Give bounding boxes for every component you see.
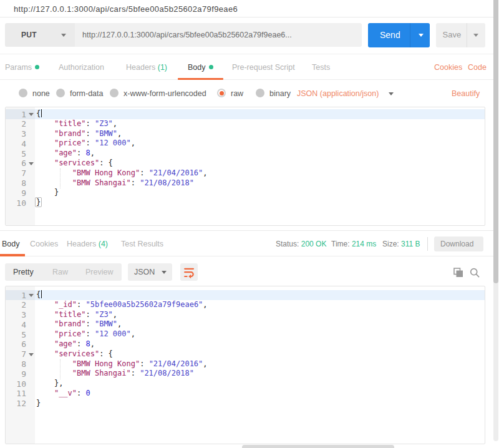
- view-mode-segment: PrettyRawPreview: [5, 263, 122, 281]
- editor-line-6: 6 "age": 8,: [6, 339, 485, 349]
- line-number: 10: [16, 198, 26, 208]
- tab-label: Body: [188, 63, 213, 72]
- code-line: "age": 8,: [35, 149, 485, 158]
- code-line: }: [35, 188, 485, 198]
- line-number: 3: [21, 129, 26, 139]
- send-button[interactable]: Send: [368, 23, 430, 47]
- fold-caret-icon[interactable]: [29, 113, 34, 116]
- gutter-cell: 4: [6, 139, 35, 149]
- request-tab-title[interactable]: http://127.0.0.1:3000/api/cars/5bfee00a5…: [14, 4, 238, 14]
- response-format-select[interactable]: JSON: [128, 263, 172, 281]
- radio-label: raw: [231, 89, 243, 98]
- method-label: PUT: [21, 31, 37, 39]
- content-type-select[interactable]: JSON (application/json): [297, 89, 394, 98]
- gutter-cell: 3: [6, 310, 35, 320]
- tab-count: (4): [99, 240, 108, 248]
- gutter-cell: 8: [6, 178, 35, 188]
- code-line: "title": "Z3",: [35, 119, 485, 129]
- line-number: 8: [21, 178, 26, 188]
- response-body-editor[interactable]: 1{2 "_id": "5bfee00a5b25602a79f9eae6",3 …: [5, 286, 485, 444]
- editor-line-6: 6 "services": {: [6, 158, 485, 168]
- editor-rows: 1{2 "title": "Z3",3 "brand": "BMW",4 "pr…: [6, 109, 485, 208]
- request-builder: PUT http://127.0.0.1:3000/api/cars/5bfee…: [0, 18, 493, 54]
- download-button[interactable]: Download: [434, 236, 483, 251]
- tab-label: Body: [2, 240, 20, 248]
- code-line: {: [35, 109, 485, 119]
- code-line: "age": 8,: [35, 339, 485, 349]
- editor-line-9: 9 "BMW Shangai": "21/08/2018": [6, 369, 485, 379]
- gutter-cell: 2: [6, 300, 35, 310]
- gutter-cell: 9: [6, 188, 35, 198]
- line-number: 4: [21, 320, 26, 329]
- code-line: "price": "12 000",: [35, 139, 485, 149]
- code-line: "brand": "BMW",: [35, 129, 485, 139]
- radio-icon: [217, 89, 226, 97]
- wrap-lines-button[interactable]: [180, 263, 198, 281]
- time-value: 214 ms: [352, 240, 376, 248]
- editor-line-1: 1{: [6, 290, 485, 300]
- search-response-button[interactable]: [470, 268, 480, 278]
- text-cursor: [41, 290, 42, 298]
- format-chevron-icon: [162, 271, 167, 274]
- radio-label: binary: [269, 89, 291, 98]
- line-number: 4: [21, 139, 26, 149]
- fold-caret-icon[interactable]: [29, 294, 34, 297]
- window-scrollbar-thumb[interactable]: [493, 0, 498, 283]
- gutter-cell: 7: [6, 349, 35, 359]
- gutter-cell: 10: [6, 379, 35, 389]
- copy-response-button[interactable]: [453, 268, 463, 278]
- active-tab-underline: [178, 78, 223, 80]
- editor-line-12: 12}: [6, 399, 485, 409]
- status-value: 200 OK: [301, 240, 327, 248]
- size-meta: Size: 311 B: [382, 240, 420, 248]
- code-line: "__v": 0: [35, 389, 485, 399]
- fold-caret-icon[interactable]: [29, 162, 34, 165]
- gutter-cell: 1: [6, 109, 35, 119]
- view-mode-preview[interactable]: Preview: [85, 268, 113, 276]
- download-label: Download: [440, 240, 473, 248]
- editor-line-9: 9 }: [6, 188, 485, 198]
- editor-line-4: 4 "price": "12 000",: [6, 139, 485, 149]
- editor-line-1: 1{: [6, 109, 485, 119]
- code-line: "brand": "BMW",: [35, 319, 485, 329]
- postman-app: http://127.0.0.1:3000/api/cars/5bfee00a5…: [0, 0, 499, 448]
- save-chevron-down-icon[interactable]: [473, 34, 478, 37]
- save-button[interactable]: Save: [436, 23, 485, 47]
- line-number: 9: [21, 369, 26, 379]
- gutter-cell: 5: [6, 149, 35, 158]
- radio-icon: [110, 89, 119, 97]
- editor-line-2: 2 "title": "Z3",: [6, 119, 485, 129]
- view-mode-pretty[interactable]: Pretty: [13, 268, 34, 276]
- code-line: "BMW Hong Kong": "21/04/2016",: [35, 168, 485, 178]
- line-number: 5: [21, 330, 26, 339]
- beautify-link[interactable]: Beautify: [452, 89, 480, 98]
- request-body-editor[interactable]: 1{2 "title": "Z3",3 "brand": "BMW",4 "pr…: [5, 107, 485, 226]
- chevron-down-icon: [61, 34, 66, 37]
- view-mode-raw[interactable]: Raw: [52, 268, 68, 276]
- horizontal-scrollbar-thumb[interactable]: [242, 445, 394, 448]
- gutter-cell: 8: [6, 359, 35, 369]
- gutter-cell: 2: [6, 119, 35, 129]
- line-number: 2: [21, 300, 26, 309]
- editor-line-2: 2 "_id": "5bfee00a5b25602a79f9eae6",: [6, 300, 485, 310]
- editor-line-7: 7 "BMW Hong Kong": "21/04/2016",: [6, 168, 485, 178]
- method-select[interactable]: PUT: [5, 23, 75, 47]
- gutter-cell: 1: [6, 290, 35, 300]
- editor-line-3: 3 "title": "Z3",: [6, 310, 485, 320]
- code-line: "price": "12 000",: [35, 329, 485, 339]
- radio-icon: [256, 89, 264, 97]
- radio-label: x-www-form-urlencoded: [124, 89, 206, 98]
- url-input[interactable]: http://127.0.0.1:3000/api/cars/5bfee00a5…: [75, 23, 362, 47]
- send-chevron-down-icon[interactable]: [419, 34, 424, 37]
- size-label: Size:: [382, 240, 399, 248]
- cookies-link[interactable]: Cookies: [434, 63, 462, 72]
- line-number: 11: [16, 389, 26, 398]
- code-link[interactable]: Code: [468, 63, 487, 72]
- tab-label: Params: [5, 63, 39, 72]
- format-label: JSON: [134, 268, 155, 276]
- time-label: Time:: [331, 240, 350, 248]
- editor-line-10: 10}: [6, 198, 485, 208]
- fold-caret-icon[interactable]: [29, 353, 34, 356]
- response-active-tab-underline: [0, 254, 25, 256]
- save-label: Save: [443, 30, 462, 39]
